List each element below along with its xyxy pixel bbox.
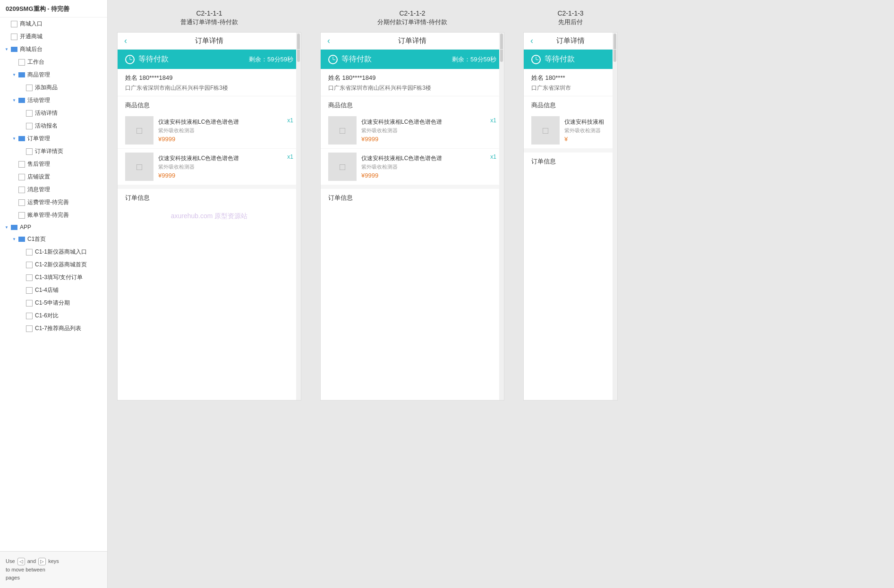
product-info-1-0: 仪速安科技液相LC色谱色谱色谱紫外吸收检测器¥9999: [361, 118, 486, 143]
sidebar-label-C1-2: C1-2新仪器商城首页: [35, 261, 87, 269]
product-price-0-0: ¥9999: [158, 136, 283, 143]
sidebar-label-C1-3: C1-3填写/支付订单: [35, 273, 83, 281]
sidebar-item-账单管理待完善[interactable]: 账单管理-待完善: [0, 209, 107, 222]
watermark: axurehub.com 原型资源站: [171, 212, 248, 221]
product-thumb-icon-0-0: □: [136, 125, 142, 136]
customer-addr-1: 口广东省深圳市南山区科兴科学园F栋3楼: [328, 84, 496, 92]
page-icon-C1-4: [26, 287, 33, 294]
page-name-1: 分期付款订单详情-待付款: [377, 18, 447, 26]
product-price-2-0: ¥: [564, 136, 606, 143]
sidebar-item-添加商品[interactable]: 添加商品: [0, 81, 107, 94]
product-thumb-0-1: □: [125, 153, 153, 181]
folder-arrow-订单管理[interactable]: [11, 136, 17, 142]
order-section-header-1: 订单信息: [321, 185, 504, 205]
product-thumb-1-0: □: [328, 116, 357, 145]
sidebar-tree[interactable]: 商城入口开通商城商城后台工作台商品管理添加商品活动管理活动详情活动报名订单管理订…: [0, 17, 107, 551]
use-label: Use: [6, 558, 15, 564]
customer-addr-2: 口广东省深圳市: [531, 84, 610, 92]
product-item-1-0: □仪速安科技液相LC色谱色谱色谱紫外吸收检测器¥9999x1: [321, 112, 504, 149]
sidebar-item-运费管理待完善[interactable]: 运费管理-待完善: [0, 196, 107, 209]
sidebar-item-店铺设置[interactable]: 店铺设置: [0, 170, 107, 183]
back-button-1[interactable]: ‹: [327, 36, 330, 46]
page-code-1: C2-1-1-2: [399, 9, 425, 17]
sidebar-label-APP: APP: [20, 224, 31, 230]
page-icon-商城入口: [11, 21, 17, 27]
product-sub-0-0: 紫外吸收检测器: [158, 127, 283, 134]
sidebar-label-工作台: 工作台: [27, 58, 44, 66]
status-left-0: 等待付款: [125, 54, 169, 64]
nav-title-0: 订单详情: [195, 36, 223, 45]
product-sub-1-1: 紫外吸收检测器: [361, 163, 486, 170]
and-label: and: [27, 558, 36, 564]
sidebar-item-C1-2[interactable]: C1-2新仪器商城首页: [0, 258, 107, 271]
clock-icon-0: [125, 55, 135, 64]
product-name-0-0: 仪速安科技液相LC色谱色谱色谱: [158, 118, 283, 126]
sidebar: 0209SMG重构 - 待完善 商城入口开通商城商城后台工作台商品管理添加商品活…: [0, 0, 108, 588]
page-icon-工作台: [18, 59, 25, 66]
product-thumb-icon-2-0: □: [543, 125, 548, 136]
sidebar-item-C1-7[interactable]: C1-7推荐商品列表: [0, 322, 107, 335]
page-icon-活动报名: [26, 123, 33, 129]
sidebar-item-APP[interactable]: APP: [0, 222, 107, 233]
sidebar-item-商品管理[interactable]: 商品管理: [0, 68, 107, 81]
product-qty-1-1: x1: [490, 153, 496, 160]
sidebar-item-活动报名[interactable]: 活动报名: [0, 119, 107, 132]
sidebar-label-开通商城: 开通商城: [20, 33, 43, 41]
page-icon-C1-1: [26, 249, 33, 256]
sidebar-item-订单管理[interactable]: 订单管理: [0, 132, 107, 145]
sidebar-item-消息管理[interactable]: 消息管理: [0, 183, 107, 196]
sidebar-item-C1-5[interactable]: C1-5申请分期: [0, 297, 107, 309]
status-banner-2: 等待付款: [524, 50, 617, 69]
folder-icon-APP: [11, 225, 17, 230]
folder-arrow-商城后台[interactable]: [4, 47, 9, 52]
card-scrollbar-0[interactable]: [296, 33, 301, 400]
sidebar-item-订单详情页[interactable]: 订单详情页: [0, 145, 107, 158]
sidebar-item-活动管理[interactable]: 活动管理: [0, 94, 107, 107]
sidebar-label-售后管理: 售后管理: [27, 160, 50, 168]
customer-addr-0: 口广东省深圳市南山区科兴科学园F栋3楼: [125, 84, 293, 92]
folder-arrow-商品管理[interactable]: [11, 72, 17, 78]
main-area: C2-1-1-1普通订单详情-待付款‹订单详情等待付款剩余：59分59秒姓名 1…: [108, 0, 894, 588]
page-icon-售后管理: [18, 161, 25, 168]
sidebar-item-C1-1[interactable]: C1-1新仪器商城入口: [0, 246, 107, 258]
sidebar-item-商城后台[interactable]: 商城后台: [0, 43, 107, 56]
sidebar-item-C1首页[interactable]: C1首页: [0, 233, 107, 246]
product-name-2-0: 仪速安科技液相: [564, 118, 606, 126]
sidebar-item-工作台[interactable]: 工作台: [0, 56, 107, 68]
keys-label: keys: [48, 558, 59, 564]
folder-arrow-APP[interactable]: [4, 224, 9, 230]
back-button-0[interactable]: ‹: [124, 36, 127, 46]
card-scrollbar-1[interactable]: [499, 33, 504, 400]
clock-icon-1: [328, 55, 338, 64]
sidebar-label-C1-1: C1-1新仪器商城入口: [35, 248, 87, 256]
product-item-0-0: □仪速安科技液相LC色谱色谱色谱紫外吸收检测器¥9999x1: [118, 112, 301, 149]
sidebar-item-活动详情[interactable]: 活动详情: [0, 107, 107, 119]
sidebar-item-开通商城[interactable]: 开通商城: [0, 30, 107, 43]
status-text-0: 等待付款: [138, 54, 169, 64]
product-price-1-1: ¥9999: [361, 172, 486, 179]
page-name-2: 先用后付: [558, 18, 583, 26]
card-scrollbar-2[interactable]: [613, 33, 617, 400]
sidebar-label-订单管理: 订单管理: [27, 135, 50, 143]
status-banner-0: 等待付款剩余：59分59秒: [118, 50, 301, 69]
sidebar-item-C1-3[interactable]: C1-3填写/支付订单: [0, 271, 107, 284]
sidebar-label-C1-6: C1-6对比: [35, 312, 59, 320]
product-thumb-icon-0-1: □: [136, 162, 142, 172]
sidebar-item-C1-4[interactable]: C1-4店铺: [0, 284, 107, 297]
back-button-2[interactable]: ‹: [530, 36, 533, 46]
product-name-1-1: 仪速安科技液相LC色谱色谱色谱: [361, 154, 486, 162]
folder-arrow-活动管理[interactable]: [11, 98, 17, 103]
sidebar-item-商城入口[interactable]: 商城入口: [0, 17, 107, 30]
status-text-1: 等待付款: [341, 54, 372, 64]
customer-info-0: 姓名 180****1849口广东省深圳市南山区科兴科学园F栋3楼: [118, 69, 301, 96]
product-info-2-0: 仪速安科技液相紫外吸收检测器¥: [564, 118, 606, 143]
folder-arrow-C1首页[interactable]: [11, 237, 17, 242]
sidebar-label-运费管理待完善: 运费管理-待完善: [27, 198, 69, 206]
folder-icon-商品管理: [18, 72, 25, 77]
nav-title-2: 订单详情: [556, 36, 585, 45]
sidebar-label-店铺设置: 店铺设置: [27, 173, 50, 181]
sidebar-item-C1-6[interactable]: C1-6对比: [0, 309, 107, 322]
order-section-header-0: 订单信息: [118, 185, 301, 205]
sidebar-item-售后管理[interactable]: 售后管理: [0, 158, 107, 170]
product-qty-0-0: x1: [287, 116, 293, 124]
